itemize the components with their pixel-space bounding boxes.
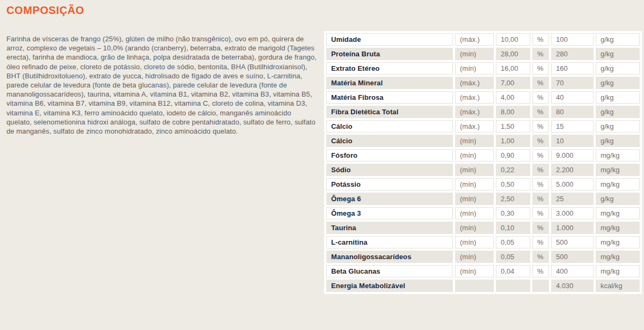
table-row: Mananoligossacarídeos (mín) 0,05 % 500 m… [326,251,640,263]
per-kg-unit-cell: mg/kg [596,236,640,248]
limit-type-cell: (mín) [455,236,494,248]
percent-symbol-cell: % [532,251,549,263]
nutrient-name-cell: Cálcio [326,120,453,133]
percent-value-cell: 0,30 [496,207,530,219]
nutrient-name-cell: Energia Metabolizável [326,280,453,292]
nutrient-name-cell: Taurina [326,222,453,234]
per-kg-value-cell: 1.000 [551,222,594,234]
limit-type-cell: (mín) [455,178,494,190]
nutrient-name-cell: L-carnitina [326,236,453,248]
nutrient-name-cell: Umidade [326,33,453,46]
per-kg-value-cell: 70 [551,77,594,89]
table-row: Taurina (mín) 0,10 % 1.000 mg/kg [326,222,640,234]
limit-type-cell: (mín) [455,193,494,205]
percent-value-cell: 28,00 [496,48,530,60]
percent-value-cell: 2,50 [496,193,530,205]
per-kg-unit-cell: mg/kg [596,164,640,176]
percent-symbol-cell: % [532,48,549,60]
table-row: Umidade (máx.) 10,00 % 100 g/kg [326,33,640,46]
per-kg-value-cell: 100 [551,33,594,46]
percent-symbol-cell: % [532,62,549,75]
percent-value-cell [496,280,530,292]
limit-type-cell: (mín) [455,62,494,75]
per-kg-value-cell: 9.000 [551,149,594,162]
per-kg-value-cell: 3.000 [551,207,594,219]
percent-symbol-cell: % [532,265,549,277]
limit-type-cell: (mín) [455,149,494,162]
limit-type-cell: (mín) [455,251,494,263]
percent-value-cell: 0,04 [496,265,530,277]
per-kg-value-cell: 25 [551,193,594,205]
percent-value-cell: 0,05 [496,236,530,248]
nutrient-name-cell: Matéria Fibrosa [326,91,453,104]
per-kg-unit-cell: g/kg [596,193,640,205]
percent-symbol-cell: % [532,120,549,133]
percent-symbol-cell: % [532,135,549,147]
per-kg-value-cell: 5.000 [551,178,594,190]
percent-value-cell: 0,22 [496,164,530,176]
nutrient-name-cell: Cálcio [326,135,453,147]
nutrient-name-cell: Matéria Mineral [326,77,453,89]
per-kg-value-cell: 400 [551,265,594,277]
table-row: Ômega 6 (mín) 2,50 % 25 g/kg [326,193,640,205]
table-row: Matéria Fibrosa (máx.) 4,00 % 40 g/kg [326,91,640,104]
percent-value-cell: 0,10 [496,222,530,234]
per-kg-value-cell: 160 [551,62,594,75]
per-kg-value-cell: 4.030 [551,280,594,292]
percent-value-cell: 0,50 [496,178,530,190]
percent-symbol-cell: % [532,236,549,248]
table-row: Sódio (mín) 0,22 % 2.200 mg/kg [326,164,640,176]
per-kg-value-cell: 2.200 [551,164,594,176]
percent-value-cell: 1,00 [496,135,530,147]
percent-symbol-cell: % [532,178,549,190]
nutrient-name-cell: Sódio [326,164,453,176]
table-row: Fibra Dietética Total (máx.) 8,00 % 80 g… [326,106,640,118]
per-kg-unit-cell: kcal/kg [596,280,640,292]
nutrient-name-cell: Ômega 3 [326,207,453,219]
table-row: Cálcio (máx.) 1,50 % 15 g/kg [326,120,640,133]
limit-type-cell [455,280,494,292]
per-kg-unit-cell: mg/kg [596,149,640,162]
nutrient-name-cell: Beta Glucanas [326,265,453,277]
percent-value-cell: 0,05 [496,251,530,263]
nutrient-name-cell: Fósforo [326,149,453,162]
nutrient-name-cell: Ômega 6 [326,193,453,205]
percent-symbol-cell [532,280,549,292]
percent-symbol-cell: % [532,106,549,118]
limit-type-cell: (máx.) [455,33,494,46]
nutrition-table: Umidade (máx.) 10,00 % 100 g/kg Proteína… [324,31,642,294]
nutrient-name-cell: Proteína Bruta [326,48,453,60]
per-kg-value-cell: 10 [551,135,594,147]
composition-section: COMPOSIÇÃO Farinha de vísceras de frango… [0,0,644,330]
table-row: Fósforo (mín) 0,90 % 9.000 mg/kg [326,149,640,162]
per-kg-unit-cell: g/kg [596,62,640,75]
per-kg-value-cell: 15 [551,120,594,133]
ingredients-text: Farinha de vísceras de frango (25%), glú… [6,34,318,136]
percent-symbol-cell: % [532,77,549,89]
per-kg-unit-cell: g/kg [596,33,640,46]
nutrient-name-cell: Fibra Dietética Total [326,106,453,118]
percent-symbol-cell: % [532,164,549,176]
limit-type-cell: (máx.) [455,77,494,89]
nutrition-table-wrap: Umidade (máx.) 10,00 % 100 g/kg Proteína… [324,31,642,294]
percent-symbol-cell: % [532,222,549,234]
per-kg-unit-cell: mg/kg [596,251,640,263]
percent-value-cell: 0,90 [496,149,530,162]
percent-symbol-cell: % [532,207,549,219]
percent-value-cell: 4,00 [496,91,530,104]
section-title: COMPOSIÇÃO [6,4,84,17]
per-kg-unit-cell: mg/kg [596,222,640,234]
per-kg-unit-cell: mg/kg [596,178,640,190]
per-kg-unit-cell: g/kg [596,91,640,104]
percent-value-cell: 16,00 [496,62,530,75]
nutrient-name-cell: Potássio [326,178,453,190]
limit-type-cell: (máx.) [455,120,494,133]
limit-type-cell: (mín) [455,222,494,234]
per-kg-value-cell: 500 [551,236,594,248]
table-row: L-carnitina (mín) 0,05 % 500 mg/kg [326,236,640,248]
percent-symbol-cell: % [532,33,549,46]
percent-symbol-cell: % [532,149,549,162]
table-row: Ômega 3 (mín) 0,30 % 3.000 mg/kg [326,207,640,219]
limit-type-cell: (mín) [455,135,494,147]
per-kg-unit-cell: g/kg [596,135,640,147]
